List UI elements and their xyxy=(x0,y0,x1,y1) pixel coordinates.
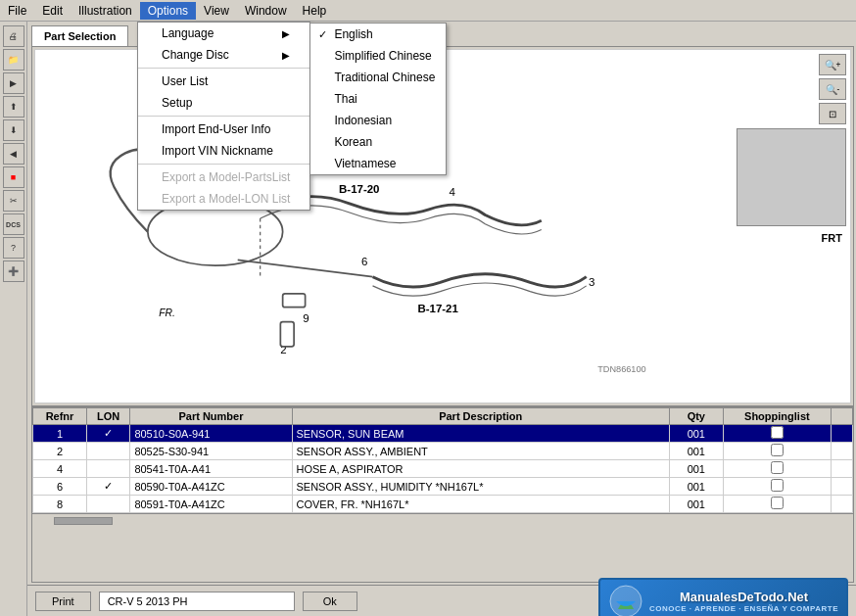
lang-thai[interactable]: Thai xyxy=(310,88,446,110)
shopping-checkbox[interactable] xyxy=(771,497,784,509)
toolbar-btn-5[interactable]: ⬇ xyxy=(3,119,24,141)
parts-table: Refnr LON Part Number Part Description Q… xyxy=(32,407,853,513)
zoom-in-btn[interactable]: 🔍+ xyxy=(819,54,846,75)
lang-indonesian[interactable]: Indonesian xyxy=(310,110,446,131)
toolbar-btn-4[interactable]: ⬆ xyxy=(3,96,24,118)
svg-text:9: 9 xyxy=(303,312,309,324)
table-row[interactable]: 4 80541-T0A-A41 HOSE A, ASPIRATOR 001 xyxy=(33,460,853,478)
menu-window[interactable]: Window xyxy=(237,2,295,20)
toolbar-btn-6[interactable]: ◀ xyxy=(3,143,24,165)
ok-button[interactable]: Ok xyxy=(303,592,357,611)
col-part-number: Part Number xyxy=(130,408,292,425)
cell-part-number: 80590-T0A-A41ZC xyxy=(130,478,292,496)
cell-refnr: 8 xyxy=(33,496,87,513)
separator1 xyxy=(138,68,309,69)
table-row[interactable]: 2 80525-S30-941 SENSOR ASSY., AMBIENT 00… xyxy=(33,443,853,460)
col-qty: Qty xyxy=(669,408,723,425)
cell-refnr: 4 xyxy=(33,460,87,478)
options-language[interactable]: Language ▶ ✓ English Simplified Chinese … xyxy=(138,23,309,44)
toolbar-btn-dcs[interactable]: DCS xyxy=(3,213,24,235)
toolbar-btn-7[interactable]: ■ xyxy=(3,166,24,188)
shopping-checkbox[interactable] xyxy=(771,426,784,439)
table-row[interactable]: 8 80591-T0A-A41ZC COVER, FR. *NH167L* 00… xyxy=(33,496,853,513)
shopping-checkbox[interactable] xyxy=(771,444,784,456)
zoom-fit-btn[interactable]: ⊡ xyxy=(819,103,846,124)
table-wrapper[interactable]: Refnr LON Part Number Part Description Q… xyxy=(32,407,853,582)
hscroll[interactable] xyxy=(32,513,853,527)
svg-text:B-17-20: B-17-20 xyxy=(339,183,379,195)
col-lon: LON xyxy=(87,408,130,425)
cell-qty: 001 xyxy=(669,478,723,496)
options-import-vin[interactable]: Import VIN Nickname xyxy=(138,140,309,162)
options-setup[interactable]: Setup xyxy=(138,92,309,114)
cell-shopping[interactable] xyxy=(723,478,831,496)
menu-help[interactable]: Help xyxy=(295,2,335,20)
separator3 xyxy=(138,164,309,165)
toolbar-btn-1[interactable]: 🖨 xyxy=(3,25,24,47)
lang-vietnamese[interactable]: Vietnamese xyxy=(310,153,446,174)
cell-description: HOSE A, ASPIRATOR xyxy=(292,460,669,478)
menubar: File Edit Illustration Options View Wind… xyxy=(0,0,856,22)
right-panel: 🔍+ 🔍- ⊡ FRT xyxy=(733,50,850,403)
model-label: CR-V 5 2013 PH xyxy=(99,592,295,611)
separator2 xyxy=(138,116,309,117)
cell-qty: 001 xyxy=(669,425,723,443)
language-submenu: ✓ English Simplified Chinese Traditional… xyxy=(309,23,447,175)
cell-qty: 001 xyxy=(669,443,723,460)
table-row[interactable]: 1 ✓ 80510-S0A-941 SENSOR, SUN BEAM 001 xyxy=(33,425,853,443)
col-scroll xyxy=(831,408,852,425)
menu-view[interactable]: View xyxy=(196,2,237,20)
lang-simplified-chinese[interactable]: Simplified Chinese xyxy=(310,45,446,67)
col-shoppinglist: Shoppinglist xyxy=(723,408,831,425)
watermark-subtitle: CONOCE · APRENDE · ENSEÑA Y COMPARTE xyxy=(649,604,838,613)
cell-description: COVER, FR. *NH167L* xyxy=(292,496,669,513)
cell-lon xyxy=(87,496,130,513)
svg-text:4: 4 xyxy=(450,186,456,198)
cell-lon xyxy=(87,443,130,460)
svg-text:FR.: FR. xyxy=(159,308,175,318)
toolbar-btn-8[interactable]: ✂ xyxy=(3,190,24,212)
cell-part-number: 80510-S0A-941 xyxy=(130,425,292,443)
part-selection-tab[interactable]: Part Selection xyxy=(31,25,128,46)
cell-lon: ✓ xyxy=(87,425,130,443)
toolbar-btn-3[interactable]: ▶ xyxy=(3,72,24,94)
cell-part-number: 80591-T0A-A41ZC xyxy=(130,496,292,513)
cell-shopping[interactable] xyxy=(723,460,831,478)
cell-shopping[interactable] xyxy=(723,425,831,443)
lang-korean[interactable]: Korean xyxy=(310,131,446,153)
options-import-enduser[interactable]: Import End-User Info xyxy=(138,118,309,140)
cell-lon xyxy=(87,460,130,478)
cell-qty: 001 xyxy=(669,460,723,478)
svg-line-13 xyxy=(238,260,373,276)
menu-options[interactable]: Options xyxy=(140,2,196,20)
lang-english[interactable]: ✓ English xyxy=(310,24,446,45)
col-description: Part Description xyxy=(292,408,669,425)
menu-edit[interactable]: Edit xyxy=(34,2,71,20)
options-export-lon[interactable]: Export a Model-LON List xyxy=(138,188,309,210)
menu-illustration[interactable]: Illustration xyxy=(71,2,140,20)
toolbar-btn-10[interactable]: ➕ xyxy=(3,261,24,282)
options-change-disc[interactable]: Change Disc ▶ xyxy=(138,44,309,66)
options-user-list[interactable]: User List xyxy=(138,71,309,92)
shopping-checkbox[interactable] xyxy=(771,479,784,492)
table-row[interactable]: 6 ✓ 80590-T0A-A41ZC SENSOR ASSY., HUMIDI… xyxy=(33,478,853,496)
cell-refnr: 6 xyxy=(33,478,87,496)
cell-shopping[interactable] xyxy=(723,496,831,513)
svg-text:TDN866100: TDN866100 xyxy=(597,364,645,374)
toolbar-btn-2[interactable]: 📁 xyxy=(3,49,24,71)
watermark-title: ManualesDeTodo.Net xyxy=(649,590,838,604)
svg-text:3: 3 xyxy=(589,276,594,288)
cell-lon: ✓ xyxy=(87,478,130,496)
cell-shopping[interactable] xyxy=(723,443,831,460)
shopping-checkbox[interactable] xyxy=(771,461,784,474)
svg-text:B-17-21: B-17-21 xyxy=(417,303,458,314)
print-button[interactable]: Print xyxy=(35,592,91,611)
cell-refnr: 1 xyxy=(33,425,87,443)
toolbar-btn-9[interactable]: ? xyxy=(3,237,24,259)
options-export-partslist[interactable]: Export a Model-PartsList xyxy=(138,166,309,188)
zoom-out-btn[interactable]: 🔍- xyxy=(819,78,846,100)
svg-rect-10 xyxy=(283,294,306,308)
lang-traditional-chinese[interactable]: Traditional Chinese xyxy=(310,67,446,88)
watermark-icon xyxy=(608,584,643,617)
menu-file[interactable]: File xyxy=(0,2,34,20)
